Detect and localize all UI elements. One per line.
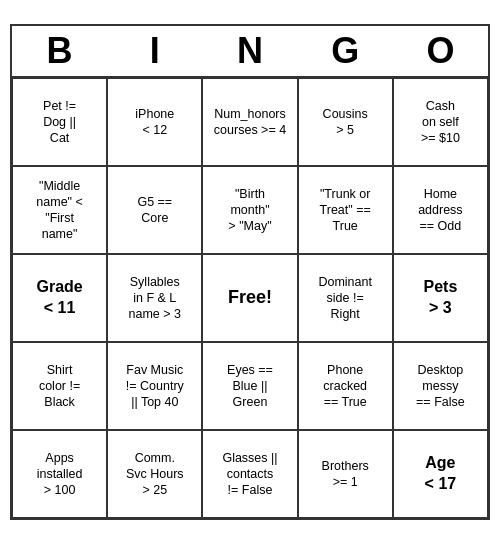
bingo-cell-15: Shirtcolor !=Black [12, 342, 107, 430]
header-letter: O [393, 26, 488, 78]
bingo-cell-10: Grade< 11 [12, 254, 107, 342]
header-letter: G [298, 26, 393, 78]
bingo-cell-7: "Birthmonth"> "May" [202, 166, 297, 254]
bingo-header: BINGO [12, 26, 488, 78]
bingo-cell-3: Cousins> 5 [298, 78, 393, 166]
bingo-cell-5: "Middlename" <"Firstname" [12, 166, 107, 254]
bingo-cell-20: Appsinstalled> 100 [12, 430, 107, 518]
bingo-cell-8: "Trunk orTreat" ==True [298, 166, 393, 254]
bingo-cell-19: Desktopmessy== False [393, 342, 488, 430]
bingo-cell-6: G5 ==Core [107, 166, 202, 254]
bingo-cell-11: Syllablesin F & Lname > 3 [107, 254, 202, 342]
bingo-cell-18: Phonecracked== True [298, 342, 393, 430]
header-letter: I [107, 26, 202, 78]
bingo-cell-9: Homeaddress== Odd [393, 166, 488, 254]
bingo-cell-1: iPhone< 12 [107, 78, 202, 166]
bingo-cell-13: Dominantside !=Right [298, 254, 393, 342]
header-letter: N [202, 26, 297, 78]
header-letter: B [12, 26, 107, 78]
bingo-cell-17: Eyes ==Blue ||Green [202, 342, 297, 430]
bingo-grid: Pet !=Dog ||CatiPhone< 12Num_honorscours… [12, 78, 488, 518]
bingo-cell-0: Pet !=Dog ||Cat [12, 78, 107, 166]
bingo-cell-16: Fav Music!= Country|| Top 40 [107, 342, 202, 430]
bingo-cell-2: Num_honorscourses >= 4 [202, 78, 297, 166]
bingo-cell-22: Glasses ||contacts!= False [202, 430, 297, 518]
bingo-cell-14: Pets> 3 [393, 254, 488, 342]
bingo-cell-24: Age< 17 [393, 430, 488, 518]
bingo-cell-21: Comm.Svc Hours> 25 [107, 430, 202, 518]
bingo-cell-23: Brothers>= 1 [298, 430, 393, 518]
bingo-cell-12: Free! [202, 254, 297, 342]
bingo-cell-4: Cashon self>= $10 [393, 78, 488, 166]
bingo-card: BINGO Pet !=Dog ||CatiPhone< 12Num_honor… [10, 24, 490, 520]
